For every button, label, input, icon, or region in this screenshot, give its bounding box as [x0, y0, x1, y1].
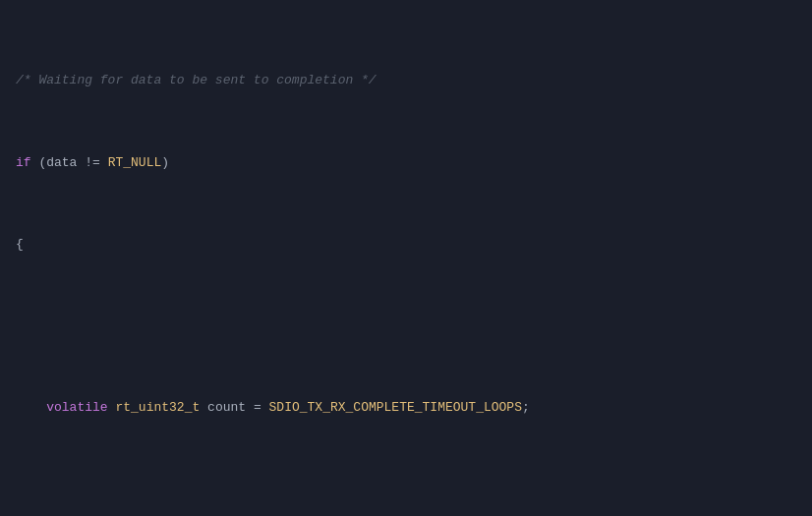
line-2: if (data != RT_NULL): [16, 153, 796, 174]
line-6: [16, 480, 796, 500]
line-5: volatile rt_uint32_t count = SDIO_TX_RX_…: [16, 398, 796, 419]
line-3: {: [16, 235, 796, 256]
line-4: [16, 316, 796, 337]
code-block: /* Waiting for data to be sent to comple…: [0, 0, 812, 516]
line-1: /* Waiting for data to be sent to comple…: [16, 71, 796, 91]
